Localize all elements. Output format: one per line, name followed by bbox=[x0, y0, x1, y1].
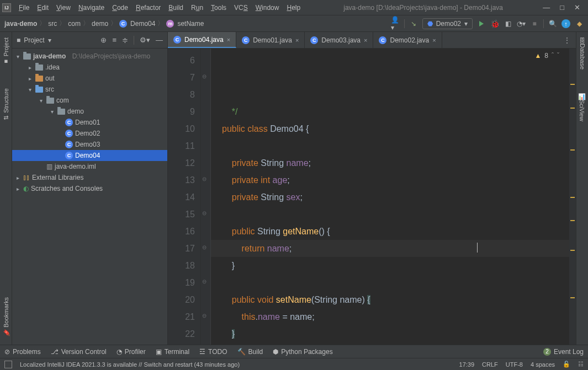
project-tree[interactable]: ▾ java-demo D:\IdeaProjects\java-demo ▸.… bbox=[12, 49, 167, 345]
tab-label: Demo01.java bbox=[253, 36, 292, 44]
minimize-button[interactable]: — bbox=[543, 3, 550, 12]
event-count-badge: 2 bbox=[543, 348, 551, 356]
menu-view[interactable]: View bbox=[53, 2, 74, 13]
method-icon: m bbox=[166, 20, 174, 28]
tab-project[interactable]: ■Project bbox=[2, 34, 10, 68]
readonly-lock-icon[interactable]: 🔓 bbox=[563, 361, 570, 368]
tabs-more-icon[interactable]: ⋮ bbox=[558, 32, 576, 48]
menu-help[interactable]: Help bbox=[283, 2, 304, 13]
status-indent[interactable]: 4 spaces bbox=[531, 361, 555, 368]
tree-class-demo03[interactable]: CDemo03 bbox=[12, 139, 167, 150]
expand-all-icon[interactable]: ≡ bbox=[112, 36, 116, 45]
bottom-tool-stripe: ⊘Problems ⎇Version Control ◔Profiler ▣Te… bbox=[0, 345, 588, 358]
status-bar: Localized IntelliJ IDEA 2021.3.3 is avai… bbox=[0, 358, 588, 370]
tree-root[interactable]: ▾ java-demo D:\IdeaProjects\java-demo bbox=[12, 51, 167, 62]
select-opened-file-icon[interactable]: ⊕ bbox=[100, 36, 107, 45]
toolwindow-todo[interactable]: ☲TODO bbox=[199, 348, 227, 356]
maximize-button[interactable]: □ bbox=[560, 3, 564, 12]
stop-button[interactable]: ■ bbox=[530, 19, 539, 28]
tree-iml[interactable]: ▥java-demo.iml bbox=[12, 161, 167, 172]
memory-icon[interactable]: ☷ bbox=[578, 361, 584, 368]
inspection-badge[interactable]: ▲ 8 ˆˇ bbox=[534, 52, 559, 60]
toolwindows-toggle-icon[interactable] bbox=[4, 361, 12, 368]
class-icon: C bbox=[65, 141, 73, 148]
hide-panel-icon[interactable]: — bbox=[156, 36, 163, 45]
right-tool-stripe: 🗄Database 📊SciView bbox=[576, 32, 588, 345]
tree-folder-out[interactable]: ▸out bbox=[12, 73, 167, 84]
close-tab-icon[interactable]: × bbox=[432, 37, 436, 44]
toolwindow-eventlog[interactable]: 2Event Log bbox=[543, 348, 584, 356]
menu-window[interactable]: Window bbox=[252, 2, 283, 13]
status-message[interactable]: Localized IntelliJ IDEA 2021.3.3 is avai… bbox=[20, 361, 240, 368]
tab-structure[interactable]: ⇅Structure bbox=[1, 85, 10, 124]
class-icon: C bbox=[119, 20, 127, 28]
menu-tools[interactable]: Tools bbox=[208, 2, 230, 13]
project-tool-window: ■ Project ▾ ⊕ ≡ ≑ ⚙▾ — ▾ java-demo D:\Id… bbox=[12, 32, 168, 345]
breadcrumb-project[interactable]: java-demo bbox=[4, 20, 37, 28]
warning-icon: ▲ bbox=[534, 52, 541, 60]
menu-code[interactable]: Code bbox=[109, 2, 131, 13]
tree-folder-src[interactable]: ▾src bbox=[12, 84, 167, 95]
toolwindow-vcs[interactable]: ⎇Version Control bbox=[51, 348, 107, 356]
toolwindow-terminal[interactable]: ▣Terminal bbox=[156, 348, 189, 356]
toolwindow-build[interactable]: 🔨Build bbox=[237, 348, 263, 356]
class-icon: C bbox=[65, 119, 73, 126]
editor-tab[interactable]: CDemo03.java× bbox=[305, 32, 373, 48]
tree-class-demo04[interactable]: CDemo04 bbox=[12, 150, 167, 161]
class-icon: C bbox=[379, 36, 386, 44]
status-encoding[interactable]: UTF-8 bbox=[506, 361, 523, 368]
menu-refactor[interactable]: Refactor bbox=[133, 2, 164, 13]
debug-button[interactable]: 🐞 bbox=[490, 19, 499, 28]
tree-class-demo01[interactable]: CDemo01 bbox=[12, 117, 167, 128]
coverage-button[interactable]: ◧ bbox=[504, 19, 512, 28]
tab-database[interactable]: 🗄Database bbox=[578, 34, 587, 73]
editor-tab[interactable]: CDemo02.java× bbox=[373, 32, 442, 48]
code-editor[interactable]: 67891011121314151617181920212223 ⊖⊖⊖⊖⊖⊖ … bbox=[168, 49, 576, 345]
tree-external-libraries[interactable]: ▸⫿⫿External Libraries bbox=[12, 172, 167, 183]
collapse-all-icon[interactable]: ≑ bbox=[122, 36, 128, 45]
toolwindow-profiler[interactable]: ◔Profiler bbox=[116, 348, 146, 356]
toolwindow-python[interactable]: ⬢Python Packages bbox=[273, 348, 332, 356]
editor-tab[interactable]: CDemo01.java× bbox=[236, 32, 305, 48]
tab-label: Demo04.java bbox=[184, 36, 224, 44]
run-config-selector[interactable]: ⬣ Demo02 ▾ bbox=[422, 18, 473, 29]
status-linesep[interactable]: CRLF bbox=[482, 361, 498, 368]
class-icon: C bbox=[242, 36, 250, 44]
search-icon[interactable]: 🔍 bbox=[548, 19, 557, 28]
fold-gutter[interactable]: ⊖⊖⊖⊖⊖⊖ bbox=[201, 49, 211, 345]
close-button[interactable]: ✕ bbox=[574, 3, 580, 12]
tree-folder-idea[interactable]: ▸.idea bbox=[12, 62, 167, 73]
build-icon: 🔨 bbox=[237, 348, 246, 356]
tab-bookmarks[interactable]: 🔖Bookmarks bbox=[1, 294, 10, 340]
settings-gear-icon[interactable]: ⚙▾ bbox=[140, 36, 150, 45]
editor-area: CDemo04.java×CDemo01.java×CDemo03.java×C… bbox=[168, 32, 576, 345]
menu-run[interactable]: Run bbox=[188, 2, 206, 13]
update-icon[interactable]: ↑ bbox=[561, 19, 570, 28]
menu-navigate[interactable]: Navigate bbox=[75, 2, 108, 13]
breadcrumb[interactable]: java-demo 〉src 〉com 〉demo 〉CDemo04 〉mset… bbox=[4, 19, 204, 28]
vcs-icon: ⎇ bbox=[51, 348, 59, 356]
toolwindow-problems[interactable]: ⊘Problems bbox=[4, 348, 41, 356]
menu-vcs[interactable]: VCS bbox=[231, 2, 251, 13]
code-content[interactable]: */public class Demo04 { private String n… bbox=[211, 49, 576, 345]
class-icon: C bbox=[310, 36, 318, 44]
tree-folder-demo[interactable]: ▾demo bbox=[12, 106, 167, 117]
editor-tabs: CDemo04.java×CDemo01.java×CDemo03.java×C… bbox=[168, 32, 576, 49]
ide-settings-icon[interactable]: ◆ bbox=[575, 19, 584, 28]
user-icon[interactable]: 👤▾ bbox=[391, 19, 400, 28]
menu-edit[interactable]: Edit bbox=[34, 2, 52, 13]
build-icon[interactable]: ↘ bbox=[409, 19, 418, 28]
tree-scratches[interactable]: ▸◐Scratches and Consoles bbox=[12, 183, 167, 194]
run-button[interactable] bbox=[477, 19, 486, 28]
tab-sciview[interactable]: 📊SciView bbox=[578, 89, 587, 125]
menu-file[interactable]: File bbox=[15, 2, 33, 13]
tree-folder-com[interactable]: ▾com bbox=[12, 95, 167, 106]
profile-button[interactable]: ◔▾ bbox=[517, 19, 526, 28]
close-tab-icon[interactable]: × bbox=[364, 37, 367, 44]
close-tab-icon[interactable]: × bbox=[227, 36, 230, 43]
editor-tab[interactable]: CDemo04.java× bbox=[168, 32, 236, 48]
profiler-icon: ◔ bbox=[116, 348, 122, 356]
close-tab-icon[interactable]: × bbox=[295, 37, 299, 44]
tree-class-demo02[interactable]: CDemo02 bbox=[12, 128, 167, 139]
menu-build[interactable]: Build bbox=[165, 2, 187, 13]
